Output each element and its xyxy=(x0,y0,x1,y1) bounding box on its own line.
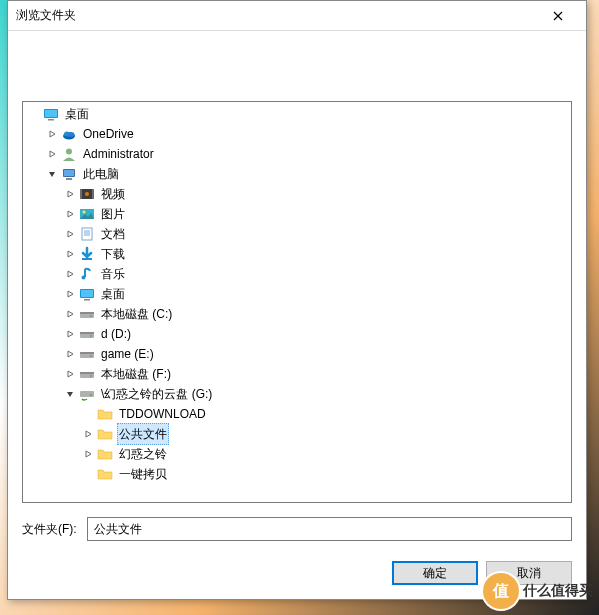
tree-node[interactable]: 一键拷贝 xyxy=(23,464,571,484)
chevron-right-icon[interactable] xyxy=(63,327,77,341)
tree-node[interactable]: 本地磁盘 (F:) xyxy=(23,364,571,384)
chevron-right-icon[interactable] xyxy=(63,367,77,381)
tree-node[interactable]: OneDrive xyxy=(23,124,571,144)
chevron-right-icon[interactable] xyxy=(81,427,95,441)
svg-rect-37 xyxy=(80,391,94,397)
drive-icon xyxy=(79,306,95,322)
tree-node-label: 下载 xyxy=(99,244,127,264)
chevron-down-icon[interactable] xyxy=(45,167,59,181)
tree-node-label: d (D:) xyxy=(99,324,133,344)
tree-node-label: 音乐 xyxy=(99,264,127,284)
chevron-right-icon[interactable] xyxy=(63,247,77,261)
tree-node[interactable]: d (D:) xyxy=(23,324,571,344)
svg-rect-26 xyxy=(80,312,94,314)
tree-node[interactable]: 本地磁盘 (C:) xyxy=(23,304,571,324)
svg-point-30 xyxy=(90,335,92,337)
tree-node-label: Administrator xyxy=(81,144,156,164)
tree-node[interactable]: \幻惑之铃的云盘 (G:) xyxy=(23,384,571,404)
chevron-right-icon[interactable] xyxy=(81,447,95,461)
chevron-right-icon[interactable] xyxy=(63,287,77,301)
tree-node-label: 幻惑之铃 xyxy=(117,444,169,464)
tree-node[interactable]: 音乐 xyxy=(23,264,571,284)
chevron-right-icon[interactable] xyxy=(63,207,77,221)
tree-node[interactable]: 幻惑之铃 xyxy=(23,444,571,464)
chevron-right-icon[interactable] xyxy=(45,127,59,141)
desktop-icon xyxy=(43,106,59,122)
tree-node-label: 图片 xyxy=(99,204,127,224)
chevron-right-icon[interactable] xyxy=(63,307,77,321)
tree-node[interactable]: 桌面 xyxy=(23,104,571,124)
svg-rect-20 xyxy=(82,258,92,260)
svg-point-13 xyxy=(85,192,89,196)
svg-point-38 xyxy=(90,394,92,396)
svg-rect-35 xyxy=(80,372,94,374)
tree-node-label: 文档 xyxy=(99,224,127,244)
tree-node-label: 一键拷贝 xyxy=(117,464,169,484)
folder-icon xyxy=(97,446,113,462)
svg-point-21 xyxy=(82,276,86,280)
close-button[interactable] xyxy=(538,2,578,30)
tree-node[interactable]: 公共文件 xyxy=(23,424,571,444)
desktop-icon xyxy=(79,286,95,302)
drive-icon xyxy=(79,346,95,362)
documents-icon xyxy=(79,226,95,242)
svg-rect-23 xyxy=(81,290,93,297)
tree-node[interactable]: game (E:) xyxy=(23,344,571,364)
tree-node-label: 桌面 xyxy=(99,284,127,304)
pictures-icon xyxy=(79,206,95,222)
svg-point-5 xyxy=(68,132,75,137)
folder-icon xyxy=(97,466,113,482)
drive-icon xyxy=(79,366,95,382)
watermark-text: 什么值得买 xyxy=(523,582,593,600)
chevron-right-icon[interactable] xyxy=(63,187,77,201)
tree-node-label: 本地磁盘 (F:) xyxy=(99,364,173,384)
chevron-down-icon[interactable] xyxy=(63,387,77,401)
svg-rect-12 xyxy=(92,189,94,199)
folder-icon xyxy=(97,406,113,422)
tree-node[interactable]: Administrator xyxy=(23,144,571,164)
drive-icon xyxy=(79,326,95,342)
tree-node-label: 桌面 xyxy=(63,104,91,124)
browse-folder-dialog: 浏览文件夹 桌面OneDriveAdministrator此电脑视频图片文档下载… xyxy=(7,0,587,600)
tree-node[interactable]: 图片 xyxy=(23,204,571,224)
folder-field-input[interactable] xyxy=(87,517,572,541)
music-icon xyxy=(79,266,95,282)
tree-node-label: TDDOWNLOAD xyxy=(117,404,208,424)
tree-node-label: 公共文件 xyxy=(117,423,169,445)
user-icon xyxy=(61,146,77,162)
tree-node[interactable]: 下载 xyxy=(23,244,571,264)
watermark-badge: 值 xyxy=(483,573,519,609)
chevron-right-icon[interactable] xyxy=(63,347,77,361)
netdrive-icon xyxy=(79,386,95,402)
watermark: 值 什么值得买 xyxy=(483,573,593,609)
tree-node-label: game (E:) xyxy=(99,344,156,364)
tree-node-label: OneDrive xyxy=(81,124,136,144)
tree-node-label: 本地磁盘 (C:) xyxy=(99,304,174,324)
svg-rect-16 xyxy=(82,228,92,240)
tree-node[interactable]: 文档 xyxy=(23,224,571,244)
svg-point-27 xyxy=(90,315,92,317)
dialog-title: 浏览文件夹 xyxy=(16,7,538,24)
folder-tree[interactable]: 桌面OneDriveAdministrator此电脑视频图片文档下载音乐桌面本地… xyxy=(23,102,571,502)
tree-node-label: 视频 xyxy=(99,184,127,204)
svg-rect-11 xyxy=(80,189,82,199)
svg-rect-2 xyxy=(48,119,54,121)
folder-icon xyxy=(97,426,113,442)
svg-point-6 xyxy=(66,149,72,155)
tree-node[interactable]: TDDOWNLOAD xyxy=(23,404,571,424)
tree-node-label: 此电脑 xyxy=(81,164,121,184)
folder-tree-container: 桌面OneDriveAdministrator此电脑视频图片文档下载音乐桌面本地… xyxy=(22,101,572,503)
tree-node[interactable]: 视频 xyxy=(23,184,571,204)
svg-rect-29 xyxy=(80,332,94,334)
svg-point-15 xyxy=(83,211,86,214)
ok-button[interactable]: 确定 xyxy=(392,561,478,585)
tree-node[interactable]: 桌面 xyxy=(23,284,571,304)
titlebar: 浏览文件夹 xyxy=(8,1,586,31)
chevron-right-icon[interactable] xyxy=(63,227,77,241)
tree-node[interactable]: 此电脑 xyxy=(23,164,571,184)
video-icon xyxy=(79,186,95,202)
chevron-right-icon[interactable] xyxy=(63,267,77,281)
onedrive-icon xyxy=(61,126,77,142)
folder-field-label: 文件夹(F): xyxy=(22,521,77,538)
chevron-right-icon[interactable] xyxy=(45,147,59,161)
